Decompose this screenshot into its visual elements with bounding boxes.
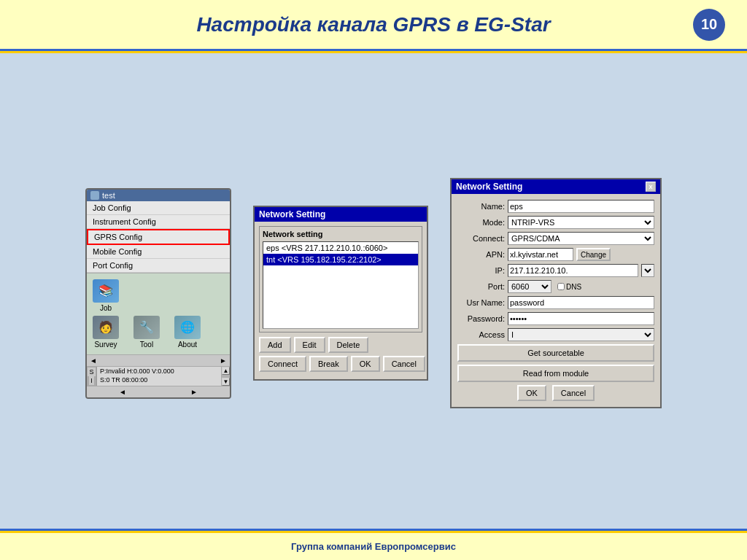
ip-input[interactable] [508,264,638,277]
footer-text: Группа компаний Европромсервис [291,541,456,552]
device-title: test [102,191,115,200]
network-action-buttons: Add Edit Delete [259,337,422,353]
dns-checkbox[interactable] [557,283,565,290]
connect-button[interactable]: Connect [259,356,306,372]
icon-survey-label: Survey [94,341,117,349]
name-label: Name: [457,202,505,211]
connect-row: Connect: GPRS/CDMA [457,232,654,245]
network-list-titlebar: Network Setting [255,207,427,222]
i-indicator: I [89,376,94,385]
network-detail-panel: Network Setting x Name: Mode: NTRIP-VRS … [450,178,662,408]
device-icons-area: 📚 Job 🧑 Survey 🔧 Tool 🌐 About [87,273,230,354]
slide-number-badge: 10 [693,9,725,41]
ip-row: IP: ▼ [457,264,654,277]
network-cancel-button[interactable]: Cancel [383,356,425,372]
network-setting-groupbox: Network setting eps <VRS 217.112.210.10.… [259,226,422,332]
edit-button[interactable]: Edit [294,337,325,353]
menu-item-gprs-config[interactable]: GPRS Config [87,229,230,245]
port-select[interactable]: 6060 [508,280,551,293]
dns-label: DNS [566,283,581,291]
detail-ok-button[interactable]: OK [517,385,546,401]
icon-row-2: 🧑 Survey 🔧 Tool 🌐 About [93,316,224,349]
s-indicator: S [88,368,95,376]
password-input[interactable] [508,312,654,325]
device-menu: Job Config Instrument Config GPRS Config… [87,201,230,273]
main-content: test Job Config Instrument Config GPRS C… [0,55,747,531]
tool-icon: 🔧 [133,316,160,339]
device-panel: test Job Config Instrument Config GPRS C… [85,188,231,399]
access-row: Access I [457,328,654,341]
net-list-item-tnt[interactable]: tnt <VRS 195.182.195.22:2102> [263,254,418,265]
device-titlebar: test [87,190,230,201]
job-icon: 📚 [93,279,119,303]
detail-footer-buttons: OK Cancel [457,385,654,401]
add-button[interactable]: Add [259,337,291,353]
network-list-body: Network setting eps <VRS 217.112.210.10.… [255,222,427,379]
icon-job[interactable]: 📚 Job [93,279,119,312]
icon-tool[interactable]: 🔧 Tool [133,316,160,349]
header: Настройка канала GPRS в EG-Star 10 [0,0,747,51]
ip-dropdown[interactable]: ▼ [641,264,654,277]
port-row: Port: 6060 DNS [457,280,654,293]
page-title: Настройка канала GPRS в EG-Star [196,13,550,36]
icon-about-label: About [178,341,197,349]
detail-body: Name: Mode: NTRIP-VRS Connect: GPRS/CDMA… [452,194,660,407]
apn-input[interactable] [508,248,573,261]
survey-icon: 🧑 [93,316,119,339]
close-button[interactable]: x [646,182,656,192]
menu-item-port-config[interactable]: Port Config [87,259,230,273]
network-detail-titlebar: Network Setting x [452,179,660,194]
menu-item-mobile-config[interactable]: Mobile Config [87,245,230,259]
port-label: Port: [457,282,505,291]
apn-label: APN: [457,250,505,259]
network-nav-buttons: Connect Break OK Cancel [259,356,422,372]
network-detail-title: Network Setting [456,182,522,192]
footer: Группа компаний Европромсервис [0,531,747,560]
mode-label: Mode: [457,218,505,227]
connect-select[interactable]: GPRS/CDMA [508,232,654,245]
password-row: Password: [457,312,654,325]
network-ok-button[interactable]: OK [351,356,380,372]
status-p: P:Invalid H:0.000 V:0.000 [97,367,221,376]
usrname-input[interactable] [508,296,654,309]
usrname-row: Usr Name: [457,296,654,309]
name-row: Name: [457,200,654,213]
apn-change-button[interactable]: Change [576,248,611,261]
usrname-label: Usr Name: [457,298,505,307]
icon-row-1: 📚 Job [93,279,224,312]
apn-row: APN: Change [457,248,654,261]
connect-label: Connect: [457,234,505,243]
password-label: Password: [457,314,505,323]
about-icon: 🌐 [174,316,201,339]
access-select[interactable]: I [508,328,654,341]
icon-about[interactable]: 🌐 About [174,316,201,349]
name-input[interactable] [508,200,654,213]
break-button[interactable]: Break [309,356,348,372]
menu-item-job-config[interactable]: Job Config [87,201,230,215]
net-list-item-eps[interactable]: eps <VRS 217.112.210.10.:6060> [263,242,418,254]
delete-button[interactable]: Delete [328,337,369,353]
device-small-icon [90,191,99,200]
icon-survey[interactable]: 🧑 Survey [93,316,119,349]
mode-row: Mode: NTRIP-VRS [457,216,654,229]
ip-label: IP: [457,266,505,275]
icon-tool-label: Tool [140,341,153,349]
detail-cancel-button[interactable]: Cancel [552,385,595,401]
icon-job-label: Job [100,304,112,312]
access-label: Access [457,330,505,339]
network-list: eps <VRS 217.112.210.10.:6060> tnt <VRS … [263,241,419,329]
read-from-module-button[interactable]: Read from module [457,365,654,382]
status-s: S:0 TR 08:00:00 [97,376,221,384]
network-setting-group-title: Network setting [263,230,419,238]
get-sourcetable-button[interactable]: Get sourcetable [457,344,654,362]
menu-item-instrument-config[interactable]: Instrument Config [87,215,230,229]
network-list-panel: Network Setting Network setting eps <VRS… [253,206,428,381]
mode-select[interactable]: NTRIP-VRS [508,216,654,229]
